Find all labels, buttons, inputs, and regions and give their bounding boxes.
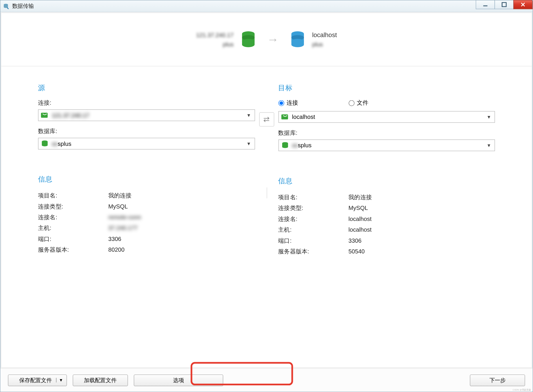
info-key: 项目名: [38,190,108,201]
target-database-select[interactable]: xxsplus ▼ [278,139,495,151]
label-connection: 连接: [38,99,255,107]
radio-file-input[interactable] [348,100,354,106]
svg-point-5 [242,39,254,43]
database-icon [41,140,49,147]
label-database: 数据库: [278,129,495,137]
svg-rect-9 [41,113,48,118]
svg-point-8 [291,39,304,43]
info-value: 我的连接 [348,192,372,202]
info-row: 主机:37.240.177 [38,223,255,233]
info-title: 信息 [278,176,495,186]
source-connection-select[interactable]: 121.37.240.17 ▼ [38,109,255,121]
info-value: remote-conn [108,212,141,222]
mysql-icon [41,111,49,119]
source-info: 信息 项目名:我的连接连接类型:MySQL连接名:remote-conn主机:3… [38,175,255,255]
chevron-down-icon: ▼ [246,141,251,146]
app-icon [3,3,10,9]
section-title-source: 源 [38,83,255,93]
info-title: 信息 [38,175,255,184]
content: 121.37.240.17 plus → localhost plus ⇄ 源 … [1,12,532,368]
info-value: localhost [348,213,372,224]
source-connection-value: 121.37.240.17 [52,112,89,119]
info-table: 项目名:我的连接连接类型:MySQL连接名:remote-conn主机:37.2… [38,190,255,255]
radio-connection-input[interactable] [278,100,284,106]
banner-source-text: 121.37.240.17 plus [196,30,234,48]
info-row: 连接名:localhost [278,213,495,224]
target-pane: 目标 连接 文件 localhost ▼ 数据库: xxsplus ▼ [266,83,507,257]
info-value: MySQL [348,202,368,213]
chevron-down-icon[interactable]: ▼ [56,378,63,382]
info-key: 端口: [38,233,108,244]
save-profile-button[interactable]: 保存配置文件▼ [8,374,67,386]
info-row: 端口:3306 [278,235,495,246]
info-key: 主机: [38,223,108,233]
info-key: 连接类型: [38,201,108,212]
info-row: 端口:3306 [38,233,255,244]
swap-button[interactable]: ⇄ [259,112,274,126]
chevron-down-icon: ▼ [246,113,251,118]
footer: 保存配置文件▼ 加载配置文件 选项 下一步 [0,368,532,392]
window-controls [476,0,532,9]
banner-target-text: localhost plus [312,30,337,48]
svg-rect-1 [483,6,487,6]
watermark: CSDN @我是唐赢 [512,389,531,392]
info-key: 服务器版本: [278,246,348,257]
source-database-select[interactable]: xxsplus ▼ [38,138,255,149]
info-value: MySQL [108,201,128,212]
radio-connection[interactable]: 连接 [278,99,298,107]
minimize-button[interactable] [476,0,495,9]
info-row: 服务器版本:50540 [278,246,495,257]
info-key: 端口: [278,235,348,246]
close-button[interactable] [513,0,532,9]
info-row: 连接类型:MySQL [278,202,495,213]
radio-file[interactable]: 文件 [348,99,368,107]
database-icon [281,141,289,149]
info-key: 项目名: [278,192,348,202]
info-key: 连接名: [278,213,348,224]
section-title-target: 目标 [278,83,495,93]
banner-target: localhost plus [290,30,337,48]
maximize-button[interactable] [495,0,514,9]
titlebar: 数据传输 [0,0,532,12]
info-value: 37.240.177 [108,223,138,233]
mysql-icon [281,113,289,121]
info-value: localhost [348,224,372,235]
target-connection-value: localhost [292,114,315,120]
chevron-down-icon: ▼ [487,143,491,148]
divider [266,188,267,198]
info-row: 主机:localhost [278,224,495,235]
svg-rect-11 [281,115,288,119]
info-value: 3306 [108,233,121,244]
target-connection-select[interactable]: localhost ▼ [278,111,495,123]
info-row: 连接类型:MySQL [38,201,255,212]
info-key: 主机: [278,224,348,235]
info-row: 项目名:我的连接 [38,190,255,201]
label-database: 数据库: [38,128,255,135]
info-value: 我的连接 [108,190,132,201]
info-row: 连接名:remote-conn [38,212,255,222]
target-info: 信息 项目名:我的连接连接类型:MySQL连接名:localhost主机:loc… [278,176,495,257]
info-row: 项目名:我的连接 [278,192,495,202]
window: 数据传输 121.37.240.17 plus → localhost plus [0,0,533,392]
info-row: 服务器版本:80200 [38,244,255,255]
info-key: 连接类型: [278,202,348,213]
chevron-down-icon: ▼ [487,115,491,119]
load-profile-button[interactable]: 加载配置文件 [73,374,128,386]
source-pane: 源 连接: 121.37.240.17 ▼ 数据库: xxsplus ▼ 信息 … [26,83,266,257]
info-key: 连接名: [38,212,108,222]
window-title: 数据传输 [12,2,34,10]
info-key: 服务器版本: [38,244,108,255]
target-database-value: xxsplus [292,142,311,149]
source-database-value: xxsplus [52,140,71,147]
target-mode-radio: 连接 文件 [278,99,495,107]
info-table: 项目名:我的连接连接类型:MySQL连接名:localhost主机:localh… [278,192,495,257]
banner-source: 121.37.240.17 plus [196,30,255,48]
svg-rect-2 [502,3,506,7]
arrow-icon: → [267,33,279,46]
info-value: 3306 [348,235,361,246]
database-icon [290,31,305,48]
options-button[interactable]: 选项 [134,374,223,386]
banner: 121.37.240.17 plus → localhost plus [1,13,532,66]
next-button[interactable]: 下一步 [470,374,525,386]
info-value: 80200 [108,244,125,255]
